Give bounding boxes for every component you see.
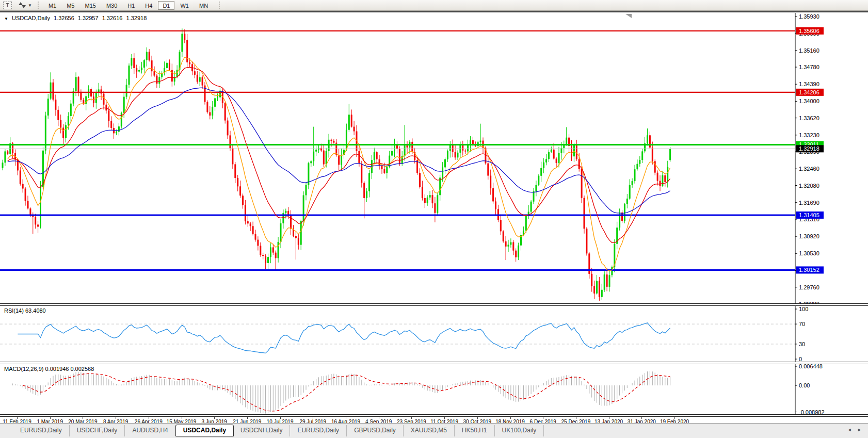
rsi-indicator-label: RSI(14) 63.4080 bbox=[4, 307, 46, 314]
price-axis-label: 1.35160 bbox=[799, 47, 819, 54]
price-axis-label: 1.35930 bbox=[799, 13, 819, 20]
chart-title: ▼ USDCAD,Daily 1.32656 1.32957 1.32616 1… bbox=[4, 15, 149, 21]
price-axis: 1.359301.355501.351601.347801.343901.340… bbox=[795, 13, 824, 305]
chart-tab-bar: EURUSD,DailyUSDCHF,DailyAUDUSD,H4USDCAD,… bbox=[0, 423, 868, 438]
price-axis-label: 1.31690 bbox=[799, 200, 819, 206]
price-axis-label: 1.32080 bbox=[799, 183, 819, 189]
price-axis-label: 1.30920 bbox=[799, 233, 819, 239]
top-toolbar: T ▼ M1M5M15M30H1H4D1W1MN bbox=[0, 0, 868, 11]
tab-scroll-arrows: ◄ ► bbox=[843, 427, 862, 432]
arrange-arrows-icon[interactable] bbox=[18, 2, 26, 9]
price-axis-label: 1.34780 bbox=[799, 64, 819, 70]
macd-axis-label: -0.008982 bbox=[799, 409, 825, 414]
chart-tab-hk50-8[interactable]: HK50,H1 bbox=[455, 425, 495, 436]
price-axis-label: 1.32460 bbox=[799, 166, 819, 172]
chart-window: ▼ USDCAD,Daily 1.32656 1.32957 1.32616 1… bbox=[0, 11, 868, 438]
price-axis-label: 1.34390 bbox=[799, 81, 819, 87]
price-badge: 1.31405 bbox=[799, 212, 819, 218]
timeframe-button-m30[interactable]: M30 bbox=[102, 1, 122, 10]
timeframe-button-h4[interactable]: H4 bbox=[140, 1, 157, 10]
rsi-line bbox=[18, 323, 670, 353]
chart-tab-eurusd-0[interactable]: EURUSD,Daily bbox=[13, 425, 70, 436]
chart-tab-audusd-2[interactable]: AUDUSD,H4 bbox=[125, 425, 175, 436]
timeframe-button-group: M1M5M15M30H1H4D1W1MN bbox=[43, 1, 213, 10]
macd-indicator-label: MACD(12,26,9) 0.001946 0.002568 bbox=[4, 366, 94, 372]
timeframe-button-w1[interactable]: W1 bbox=[175, 1, 194, 10]
mt4-application: T ▼ M1M5M15M30H1H4D1W1MN ▼ USDCAD,Daily … bbox=[0, 0, 868, 438]
timeframe-button-d1[interactable]: D1 bbox=[158, 1, 174, 10]
rsi-axis-label: 100 bbox=[799, 306, 808, 312]
price-badge: 1.30152 bbox=[799, 267, 819, 273]
chevron-down-icon[interactable]: ▼ bbox=[28, 3, 32, 8]
rsi-pane[interactable]: 10070300 bbox=[0, 306, 868, 362]
macd-axis-label: 0.006448 bbox=[799, 364, 823, 369]
candlestick-series bbox=[2, 28, 671, 301]
price-axis-label: 1.33620 bbox=[799, 115, 819, 121]
rsi-axis-label: 70 bbox=[799, 321, 805, 327]
toolbar-grip bbox=[37, 2, 40, 9]
price-axis-label: 1.33230 bbox=[799, 132, 819, 138]
symbol-period-label: USDCAD,Daily bbox=[12, 15, 50, 21]
chart-tab-usdchf-1[interactable]: USDCHF,Daily bbox=[70, 425, 125, 436]
tab-scroll-right-icon[interactable]: ► bbox=[857, 427, 862, 432]
chart-tabs: EURUSD,DailyUSDCHF,DailyAUDUSD,H4USDCAD,… bbox=[13, 425, 544, 436]
chart-tab-gbpusd-6[interactable]: GBPUSD,Daily bbox=[347, 425, 404, 436]
price-axis-label: 1.29760 bbox=[799, 284, 819, 290]
timeframe-button-m1[interactable]: M1 bbox=[44, 1, 61, 10]
horizontal-level-lines bbox=[0, 31, 795, 270]
macd-pane[interactable]: 0.0064480.00-0.008982 bbox=[0, 364, 868, 414]
timeframe-button-mn[interactable]: MN bbox=[195, 1, 213, 10]
price-badge: 1.34206 bbox=[799, 89, 819, 95]
timeframe-button-h1[interactable]: H1 bbox=[123, 1, 139, 10]
chart-tab-xauusd-7[interactable]: XAUUSD,M5 bbox=[404, 425, 455, 436]
macd-axis-label: 0.00 bbox=[799, 382, 810, 388]
rsi-axis-label: 0 bbox=[799, 356, 802, 362]
price-badge: 1.32918 bbox=[799, 145, 819, 152]
rsi-axis-label: 30 bbox=[799, 341, 805, 347]
toolbar-grip bbox=[218, 2, 221, 9]
ohlc-high: 1.32957 bbox=[78, 15, 99, 21]
timeframe-button-m15[interactable]: M15 bbox=[80, 1, 100, 10]
timeframe-button-m5[interactable]: M5 bbox=[62, 1, 79, 10]
ohlc-low: 1.32616 bbox=[102, 15, 123, 21]
price-axis-label: 1.34000 bbox=[799, 98, 819, 104]
price-pane[interactable]: 1.359301.355501.351601.347801.343901.340… bbox=[0, 13, 868, 305]
ohlc-close: 1.32918 bbox=[126, 15, 147, 21]
chart-tab-usdcad-3[interactable]: USDCAD,Daily bbox=[175, 425, 234, 436]
tab-scroll-left-icon[interactable]: ◄ bbox=[847, 427, 852, 432]
chart-tab-uk100-9[interactable]: UK100,Daily bbox=[495, 425, 544, 436]
chart-shift-marker bbox=[625, 14, 632, 18]
symbol-dropdown-icon[interactable]: ▼ bbox=[4, 17, 8, 21]
price-axis-label: 1.30530 bbox=[799, 250, 819, 256]
chart-tab-eurusd-5[interactable]: EURUSD,Daily bbox=[290, 425, 347, 436]
ohlc-open: 1.32656 bbox=[54, 15, 74, 21]
chart-tab-usdcnh-4[interactable]: USDCNH,Daily bbox=[233, 425, 290, 436]
text-label-tool-icon[interactable]: T bbox=[3, 2, 12, 9]
price-badge: 1.35606 bbox=[799, 28, 819, 34]
